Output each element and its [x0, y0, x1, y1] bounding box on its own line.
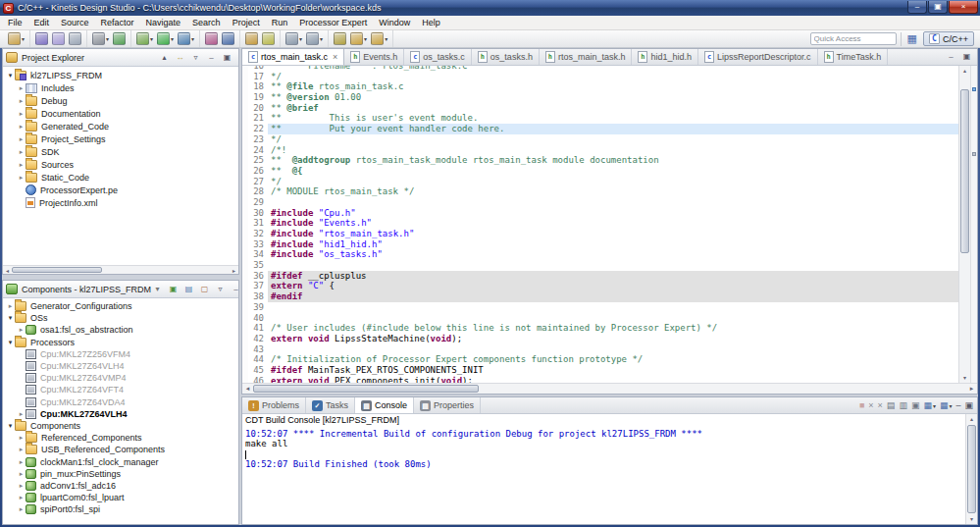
external-tools-button[interactable]: ▾ [177, 31, 195, 47]
dropdown-arrow-icon[interactable]: ▾ [949, 402, 952, 409]
collapse-all-icon[interactable]: ▴ [158, 52, 171, 64]
code-generation-icon[interactable]: ▤ [182, 284, 195, 295]
processor-expert-generate-button[interactable] [204, 31, 219, 47]
new-wizard-button[interactable]: ▾ [7, 31, 26, 47]
maximize-view-icon[interactable]: ▣ [221, 52, 233, 64]
code-text[interactable]: ** @addtogroup rtos_main_task_module rto… [268, 155, 958, 166]
component-item-clockman1-fsl-clock-manager[interactable]: ▸clockMan1:fsl_clock_manager [3, 455, 238, 467]
code-area[interactable]: 16** Filename : rtos_main_task.c17*/18**… [248, 66, 958, 383]
component-item-cpu-mkl27z64vlh4[interactable]: ▸Cpu:MKL27Z64VLH4 [3, 408, 238, 420]
collapsed-arrow-icon[interactable]: ▸ [17, 84, 26, 92]
terminate-button[interactable]: ■ [858, 398, 865, 412]
project-item-includes[interactable]: ▸Includes [3, 81, 238, 94]
display-selected-console-button[interactable]: ▦▾ [922, 398, 937, 412]
view-menu-icon[interactable]: ▿ [214, 284, 227, 295]
collapsed-arrow-icon[interactable]: ▸ [17, 161, 26, 169]
scroll-up-arrow-icon[interactable]: ▴ [966, 414, 977, 424]
run-button[interactable]: ▾ [156, 31, 175, 47]
project-item-sources[interactable]: ▸Sources [3, 158, 238, 171]
collapsed-arrow-icon[interactable]: ▸ [17, 494, 26, 501]
code-text[interactable]: /* MODULE rtos_main_task */ [268, 186, 958, 197]
menu-search[interactable]: Search [186, 16, 227, 30]
hscroll-track[interactable] [253, 384, 966, 394]
collapsed-arrow-icon[interactable]: ▸ [17, 97, 26, 105]
remove-launch-button[interactable]: × [867, 398, 874, 412]
dropdown-arrow-icon[interactable]: ▾ [299, 35, 302, 42]
code-text[interactable]: */ [268, 134, 958, 145]
hscroll-track[interactable] [12, 266, 230, 274]
menu-project[interactable]: Project [227, 16, 266, 30]
expanded-arrow-icon[interactable]: ▾ [6, 72, 15, 79]
next-annotation-button[interactable]: ▾ [284, 31, 303, 47]
editor-vertical-scrollbar[interactable]: ▴ ▾ [958, 66, 970, 383]
build-button[interactable]: ▾ [91, 31, 110, 47]
menu-navigate[interactable]: Navigate [140, 16, 187, 30]
dropdown-arrow-icon[interactable]: ▾ [933, 402, 936, 409]
expanded-arrow-icon[interactable]: ▾ [6, 339, 15, 346]
code-text[interactable] [268, 302, 958, 313]
code-text[interactable]: ** @version 01.00 [268, 92, 958, 103]
collapsed-arrow-icon[interactable]: ▸ [17, 123, 26, 131]
expanded-arrow-icon[interactable]: ▾ [6, 422, 15, 430]
component-item-components[interactable]: ▾Components [3, 420, 238, 432]
collapsed-arrow-icon[interactable]: ▸ [17, 458, 26, 466]
project-item-processorexpert-pe[interactable]: ProcessorExpert.pe [3, 184, 238, 196]
code-text[interactable]: */ [268, 177, 958, 187]
hscroll-thumb[interactable] [253, 385, 479, 393]
component-item-cpu-mkl27z64vft4[interactable]: Cpu:MKL27Z64VFT4 [3, 384, 238, 395]
editor-tab-os-tasks-h[interactable]: hos_tasks.h [472, 49, 540, 65]
code-text[interactable]: extern "C" { [268, 281, 958, 291]
component-item-referenced-components[interactable]: ▸Referenced_Components [3, 432, 238, 444]
component-item-lpuartcom0-fsl-lpuart[interactable]: ▸lpuartCom0:fsl_lpuart [3, 492, 238, 503]
project-item-static-code[interactable]: ▸Static_Code [3, 171, 238, 184]
menu-help[interactable]: Help [416, 16, 446, 30]
dropdown-arrow-icon[interactable]: ▾ [191, 35, 194, 42]
vscroll-thumb[interactable] [967, 425, 976, 513]
vscroll-thumb[interactable] [960, 89, 969, 253]
collapsed-arrow-icon[interactable]: ▸ [17, 446, 26, 453]
editor-horizontal-scrollbar[interactable]: ◂ ▸ [242, 383, 977, 394]
vscroll-track[interactable] [966, 424, 977, 514]
open-perspective-button[interactable]: ▦ [906, 31, 918, 47]
editor-body[interactable]: 16** Filename : rtos_main_task.c17*/18**… [242, 66, 977, 383]
console-body[interactable]: CDT Build Console [kl27LIPSS_FRDM] 10:52… [242, 414, 977, 524]
forward-button[interactable]: ▾ [370, 31, 388, 47]
new-connection-button[interactable] [112, 31, 127, 47]
project-item-projectinfo-xml[interactable]: ProjectInfo.xml [3, 196, 238, 209]
minimize-window-button[interactable]: – [907, 1, 927, 14]
code-text[interactable] [268, 344, 958, 355]
maximize-window-button[interactable]: ▣ [928, 1, 948, 14]
scroll-left-arrow-icon[interactable]: ◂ [242, 385, 253, 393]
code-text[interactable] [268, 197, 958, 208]
save-button[interactable] [34, 31, 49, 47]
dropdown-arrow-icon[interactable]: ▾ [171, 35, 174, 42]
component-item-cpu-mkl27z256vfm4[interactable]: Cpu:MKL27Z256VFM4 [3, 348, 238, 360]
menu-source[interactable]: Source [55, 16, 95, 30]
clear-console-button[interactable]: ▤ [886, 398, 897, 412]
collapsed-arrow-icon[interactable]: ▸ [17, 135, 26, 143]
code-text[interactable]: ** Put your event handler code here. [268, 124, 958, 134]
save-all-button[interactable] [51, 31, 66, 47]
code-text[interactable]: /*! [268, 145, 958, 156]
quick-access-input[interactable] [810, 32, 897, 45]
project-item-sdk[interactable]: ▸SDK [3, 145, 238, 158]
code-text[interactable]: #ifdef __cplusplus [268, 271, 958, 282]
component-item-usb-referenced-components[interactable]: ▸USB_Referenced_Components [3, 444, 238, 455]
view-menu-icon[interactable]: ▿ [189, 52, 202, 64]
component-mode-icon[interactable]: ▣ [167, 284, 180, 295]
code-text[interactable]: /* Initialization of Processor Expert co… [268, 354, 958, 365]
component-item-adconv1-fsl-adc16[interactable]: ▸adConv1:fsl_adc16 [3, 480, 238, 492]
open-element-button[interactable] [244, 31, 259, 47]
components-header[interactable]: Components - kl27LIPSS_FRDM ▾▣▤▢▿–▣ [3, 281, 238, 298]
project-item-project-settings[interactable]: ▸Project_Settings [3, 132, 238, 145]
view-tab-problems[interactable]: !Problems [242, 397, 306, 413]
dropdown-arrow-icon[interactable]: ▾ [22, 35, 25, 42]
menu-edit[interactable]: Edit [28, 16, 56, 30]
menu-file[interactable]: File [2, 16, 28, 30]
search-button[interactable] [221, 31, 235, 47]
project-explorer-hscrollbar[interactable]: ◂ ▸ [3, 265, 238, 274]
code-text[interactable]: extern void PEX_components_init(void); [268, 376, 958, 383]
console-output[interactable]: 10:52:07 **** Incremental Build of confi… [242, 429, 965, 524]
scroll-down-arrow-icon[interactable]: ▾ [959, 373, 970, 383]
view-tab-console[interactable]: ▤Console [355, 397, 414, 413]
